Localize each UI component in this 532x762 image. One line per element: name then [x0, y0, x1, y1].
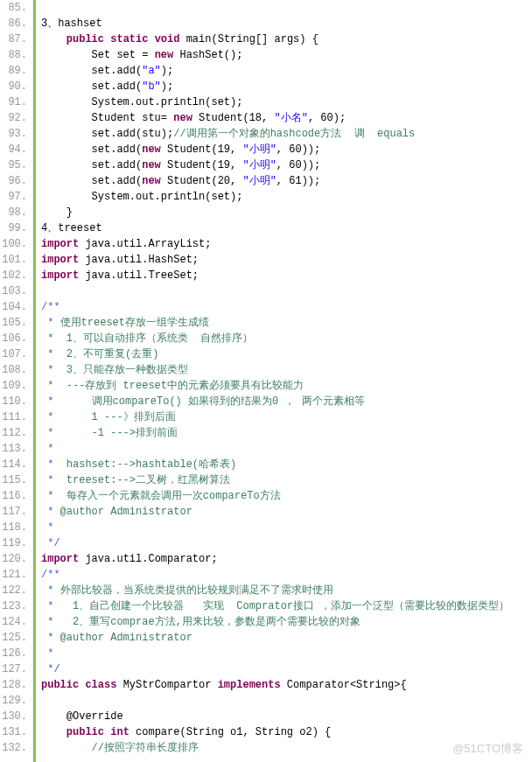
code-line[interactable]: 3、hashset [41, 16, 532, 31]
code-line[interactable]: * 1 ---》排到后面 [41, 409, 532, 425]
code-line[interactable] [41, 693, 532, 709]
code-line[interactable]: System.out.println(set); [41, 189, 532, 205]
code-line[interactable]: @Override [41, 709, 532, 724]
token-chcom: 1、可以自动排序（系统类 自然排序） [66, 332, 254, 345]
code-line[interactable]: * 3、只能存放一种数据类型 [41, 362, 532, 378]
token-doc: * [41, 395, 92, 408]
token-chcom: 2、不可重复(去重) [66, 348, 159, 360]
token-plain: java.util.TreeSet; [79, 269, 199, 282]
code-line[interactable]: * [41, 520, 532, 535]
token-kw: new [142, 175, 161, 187]
line-number: 86. [0, 16, 27, 31]
code-line[interactable]: * 使用treeset存放一组学生成绩 [41, 315, 532, 331]
line-number: 110. [0, 394, 27, 409]
token-plain: set.add( [41, 143, 142, 156]
code-line[interactable]: set.add(new Student(20, "小明", 61)); [41, 173, 532, 189]
line-number: 119. [0, 535, 27, 551]
code-line[interactable]: * @author Administrator [41, 630, 532, 646]
token-plain: set.add( [41, 80, 142, 93]
token-plain: set.add( [41, 65, 142, 77]
token-chcom: 3、只能存放一种数据类型 [66, 364, 188, 376]
line-number: 104. [0, 299, 27, 315]
code-line[interactable]: */ [41, 535, 532, 551]
code-line[interactable]: public class MyStrCompartor implements C… [41, 677, 532, 693]
token-doc: * [41, 584, 60, 597]
code-line[interactable]: * [41, 441, 532, 457]
line-number-gutter: 85.86.87.88.89.90.91.92.93.94.95.96.97.9… [0, 0, 33, 762]
code-line[interactable]: * 1、可以自动排序（系统类 自然排序） [41, 331, 532, 346]
code-line[interactable]: /** [41, 567, 532, 583]
line-number: 109. [0, 378, 27, 394]
code-area[interactable]: 3、hashset public static void main(String… [33, 0, 532, 762]
line-number: 108. [0, 362, 27, 378]
code-line[interactable]: import java.util.HashSet; [41, 252, 532, 268]
code-line[interactable] [41, 0, 532, 16]
code-line[interactable]: /** [41, 299, 532, 315]
token-plain: Student stu= [41, 112, 173, 124]
code-line[interactable]: } [41, 205, 532, 220]
line-number: 117. [0, 504, 27, 520]
code-line[interactable]: set.add("a"); [41, 63, 532, 79]
token-doc: * [41, 317, 60, 329]
token-plain: , 60)); [276, 143, 320, 156]
code-line[interactable]: set.add(new Student(19, "小明", 60)); [41, 157, 532, 173]
code-line[interactable]: public int compare(String o1, String o2)… [41, 724, 532, 740]
code-line[interactable]: * 1、自己创建一个比较器 实现 Comprator接口 ，添加一个泛型（需要比… [41, 598, 532, 614]
token-doc: * [41, 521, 53, 534]
token-doc: */ [41, 663, 60, 675]
line-number: 124. [0, 614, 27, 630]
token-kw: new [173, 112, 192, 124]
token-plain: , 60); [308, 112, 346, 124]
token-chcom: 1 ---》排到后面 [92, 411, 176, 423]
code-line[interactable]: * [41, 646, 532, 661]
code-line[interactable]: set.add(stu);//调用第一个对象的hashcode方法 调 equa… [41, 126, 532, 142]
code-line[interactable]: import java.util.ArrayList; [41, 236, 532, 252]
token-plain: } [41, 206, 73, 219]
token-plain: set.add( [41, 159, 142, 171]
token-kw: public [66, 33, 104, 45]
token-str: "b" [142, 80, 161, 93]
token-doc: * [41, 616, 73, 628]
code-line[interactable]: * 外部比较器，当系统类提供的比较规则满足不了需求时使用 [41, 583, 532, 598]
code-line[interactable]: Set set = new HashSet(); [41, 47, 532, 63]
line-number: 105. [0, 315, 27, 331]
code-line[interactable]: * treeset:-->二叉树，红黑树算法 [41, 472, 532, 488]
code-line[interactable]: import java.util.TreeSet; [41, 268, 532, 283]
code-line[interactable]: import java.util.Comparator; [41, 551, 532, 567]
code-line[interactable]: * -1 --->排到前面 [41, 425, 532, 441]
token-doc: /** [41, 569, 60, 581]
code-line[interactable]: * @author Administrator [41, 504, 532, 520]
code-line[interactable]: */ [41, 661, 532, 677]
token-str: "a" [142, 65, 161, 77]
token-chcom: -1 --->排到前面 [92, 427, 178, 439]
token-plain: , 60)); [276, 159, 320, 171]
line-number: 89. [0, 63, 27, 79]
token-kw: int [110, 726, 130, 738]
token-plain: , 61)); [276, 175, 320, 187]
line-number: 103. [0, 283, 27, 299]
line-number: 88. [0, 47, 27, 63]
code-line[interactable]: Student stu= new Student(18, "小名", 60); [41, 110, 532, 126]
code-line[interactable]: 4、treeset [41, 220, 532, 236]
line-number: 112. [0, 425, 27, 441]
token-kw: import [41, 254, 79, 266]
line-number: 106. [0, 331, 27, 346]
token-doc: */ [41, 537, 60, 549]
code-line[interactable]: set.add(new Student(19, "小明", 60)); [41, 142, 532, 157]
code-line[interactable]: * ---存放到 treeset中的元素必须要具有比较能力 [41, 378, 532, 394]
code-line[interactable]: set.add("b"); [41, 79, 532, 94]
token-doc: * [41, 600, 73, 612]
code-line[interactable]: * 2、重写comprae方法,用来比较，参数是两个需要比较的对象 [41, 614, 532, 630]
line-number: 130. [0, 709, 27, 724]
line-number: 94. [0, 142, 27, 157]
code-line[interactable]: * 2、不可重复(去重) [41, 346, 532, 362]
code-line[interactable] [41, 283, 532, 299]
code-line[interactable]: * hashset:-->hashtable(哈希表) [41, 457, 532, 472]
token-chcom: ---存放到 treeset中的元素必须要具有比较能力 [66, 380, 304, 392]
code-line[interactable]: * 调用compareTo() 如果得到的结果为0 ， 两个元素相等 [41, 394, 532, 409]
code-line[interactable]: System.out.println(set); [41, 94, 532, 110]
token-chcom: 外部比较器，当系统类提供的比较规则满足不了需求时使用 [60, 584, 333, 597]
code-line[interactable]: public static void main(String[] args) { [41, 31, 532, 47]
code-line[interactable]: * 每存入一个元素就会调用一次compareTo方法 [41, 488, 532, 504]
token-chcom: 每存入一个元素就会调用一次compareTo方法 [66, 490, 281, 502]
